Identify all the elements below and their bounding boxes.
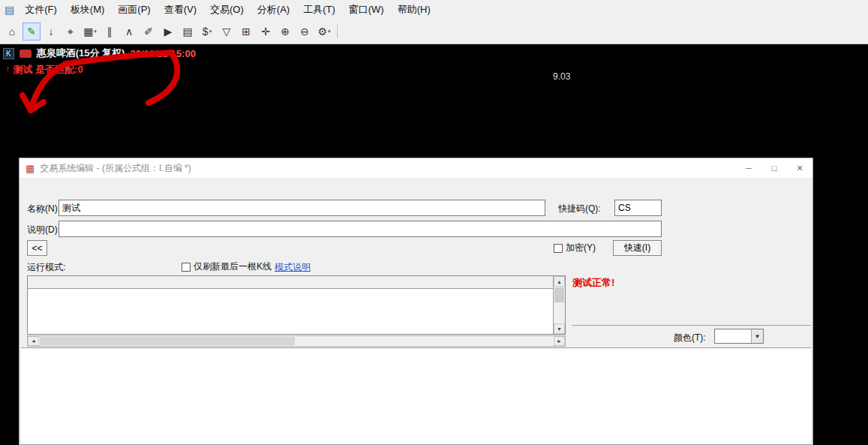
name-input[interactable] <box>59 200 545 216</box>
dropdown-arrow-icon[interactable]: ▼ <box>751 329 763 343</box>
app-menu-item[interactable]: 板块(M) <box>64 3 112 17</box>
dialog-icon: ▦ <box>26 163 35 174</box>
status-text: 测试正常! <box>572 276 614 290</box>
app-menu: 文件(F)板块(M)画面(P)查看(V)交易(O)分析(A)工具(T)窗口(W)… <box>18 3 437 17</box>
tdx-application: ▤ 文件(F)板块(M)画面(P)查看(V)交易(O)分析(A)工具(T)窗口(… <box>0 0 868 445</box>
param-table-header <box>28 276 553 289</box>
play-icon[interactable]: ▶ <box>159 23 177 41</box>
app-menu-item[interactable]: 查看(V) <box>158 3 203 17</box>
app-logo-icon: ▤ <box>5 4 14 16</box>
app-menubar: ▤ 文件(F)板块(M)画面(P)查看(V)交易(O)分析(A)工具(T)窗口(… <box>0 0 868 20</box>
dialog-titlebar[interactable]: ▦ 交易系统编辑 - (所属公式组：I.自编 *) ─ □ ✕ <box>20 158 812 179</box>
formula-code-editor[interactable] <box>21 347 811 443</box>
refresh-last-label: 仅刷新最后一根K线 <box>194 260 272 273</box>
signal-arrow-icon: ↑ <box>5 63 11 77</box>
kline-bars-icon[interactable]: ∥ <box>101 23 119 41</box>
refresh-last-option[interactable]: 仅刷新最后一根K线 <box>182 260 272 273</box>
encrypt-label: 加密(Y) <box>566 242 596 254</box>
money-icon[interactable]: $▾ <box>198 23 216 41</box>
vscroll-thumb[interactable] <box>554 287 564 302</box>
shortcut-input[interactable] <box>614 200 662 216</box>
report-icon[interactable]: ▤ <box>179 23 197 41</box>
name-label: 名称(N): <box>27 203 60 215</box>
stock-tag-badge <box>20 50 32 58</box>
trade-system-editor-dialog: ▦ 交易系统编辑 - (所属公式组：I.自编 *) ─ □ ✕ 名称(N): 快… <box>19 158 813 445</box>
run-mode-label: 运行模式: <box>27 261 65 274</box>
stock-datetime: 20/10/28 15:00 <box>130 48 195 59</box>
param-table: ▲ ▼ <box>27 275 566 335</box>
dialog-menubar <box>20 179 812 197</box>
move-icon[interactable]: ✛ <box>257 23 275 41</box>
scroll-left-button[interactable]: ◄ <box>28 336 39 346</box>
price-label: 9.03 <box>553 71 570 82</box>
edit-formula-icon[interactable]: ✐ <box>140 23 158 41</box>
app-menu-item[interactable]: 分析(A) <box>251 3 296 17</box>
settings-gear-icon[interactable]: ⚙▾ <box>315 23 333 41</box>
hscroll-thumb[interactable] <box>40 337 295 345</box>
layout-icon[interactable]: ▦▾ <box>81 23 99 41</box>
horizontal-scrollbar[interactable]: ◄ ► <box>27 335 566 347</box>
scroll-up-button[interactable]: ▲ <box>554 276 565 287</box>
app-menu-item[interactable]: 文件(F) <box>18 3 64 17</box>
signal-tabs <box>572 310 811 326</box>
color-label: 颜色(T): <box>674 332 706 344</box>
collapse-button[interactable]: << <box>27 240 47 256</box>
encrypt-option[interactable]: 加密(Y) <box>554 242 596 254</box>
close-button[interactable]: ✕ <box>787 158 812 179</box>
dialog-title: 交易系统编辑 - (所属公式组：I.自编 *) <box>40 162 736 175</box>
minimize-button[interactable]: ─ <box>736 158 761 179</box>
app-menu-item[interactable]: 窗口(W) <box>342 3 391 17</box>
scroll-down-button[interactable]: ▼ <box>554 323 565 334</box>
shortcut-label: 快捷码(Q): <box>558 203 601 215</box>
app-menu-item[interactable]: 画面(P) <box>111 3 157 17</box>
param-table-main <box>28 276 553 334</box>
home-icon[interactable]: ⌂ <box>3 23 21 41</box>
scroll-right-button[interactable]: ► <box>554 336 565 346</box>
color-swatch <box>717 332 749 341</box>
quick-button[interactable]: 快速(I) <box>613 240 662 256</box>
main-toolbar: ⌂✎↓⌖▦▾∥∧✐▶▤$▾▽⊞✛⊕⊖⚙▾ <box>0 20 868 44</box>
refresh-last-checkbox[interactable] <box>182 263 191 272</box>
pin-icon[interactable]: ⌖ <box>62 23 80 41</box>
download-icon[interactable]: ↓ <box>42 23 60 41</box>
filter-icon[interactable]: ▽ <box>218 23 236 41</box>
description-label: 说明(D): <box>27 224 60 236</box>
vertical-scrollbar[interactable]: ▲ ▼ <box>553 276 565 334</box>
mode-help-link[interactable]: 模式说明 <box>275 261 311 274</box>
indicator-text: 测试 是否匹配:0 <box>14 63 83 77</box>
app-menu-item[interactable]: 工具(T) <box>296 3 342 17</box>
annotate-pen-icon[interactable]: ✎ <box>23 23 41 41</box>
divider-tool-icon[interactable]: ∧ <box>120 23 138 41</box>
indicator-label: ↑ 测试 是否匹配:0 <box>5 63 83 77</box>
zoom-out-icon[interactable]: ⊖ <box>296 23 314 41</box>
encrypt-checkbox[interactable] <box>554 244 563 253</box>
app-menu-item[interactable]: 帮助(H) <box>391 3 437 17</box>
stock-info-bar: K 惠泉啤酒(15分 复权) 20/10/28 15:00 <box>3 47 201 60</box>
kline-badge[interactable]: K <box>3 48 14 59</box>
color-dropdown[interactable]: ▼ <box>714 329 764 344</box>
app-menu-item[interactable]: 交易(O) <box>203 3 251 17</box>
description-input[interactable] <box>59 221 662 237</box>
maximize-button[interactable]: □ <box>761 158 787 179</box>
stock-name[interactable]: 惠泉啤酒(15分 复权) <box>37 47 125 60</box>
zoom-in-icon[interactable]: ⊕ <box>276 23 294 41</box>
grid-add-icon[interactable]: ⊞ <box>237 23 255 41</box>
